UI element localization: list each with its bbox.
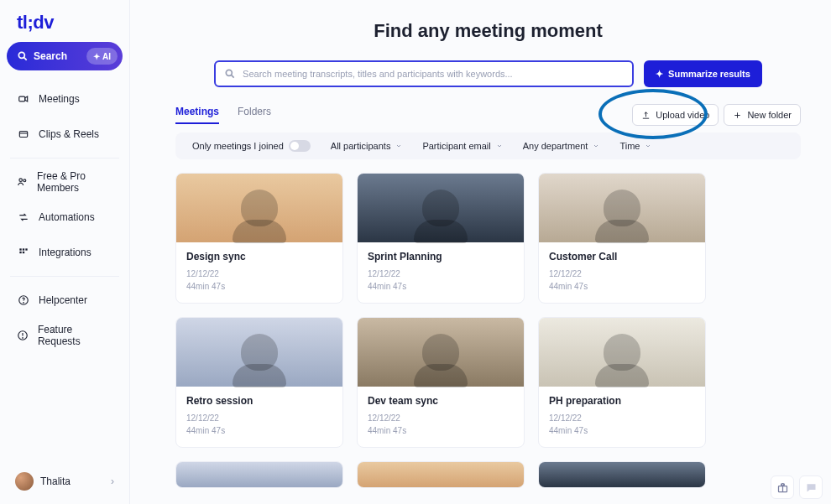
- ai-chip: ✦ AI: [86, 48, 118, 65]
- summarize-button[interactable]: ✦ Summarize results: [644, 60, 762, 87]
- card-duration: 44min 47s: [549, 280, 695, 293]
- filter-department[interactable]: Any department: [513, 138, 610, 154]
- new-folder-label: New folder: [747, 110, 792, 120]
- plus-icon: [733, 111, 742, 120]
- filters-bar: Only meetings I joined All participants …: [175, 132, 801, 159]
- card-title: Customer Call: [549, 251, 695, 262]
- gift-button[interactable]: [771, 475, 794, 499]
- new-folder-button[interactable]: New folder: [724, 104, 801, 126]
- search-button[interactable]: Search ✦ AI: [7, 42, 123, 70]
- card-title: PH preparation: [549, 395, 695, 407]
- help-icon: [17, 294, 30, 307]
- chat-button[interactable]: [799, 475, 823, 499]
- chevron-down-icon: [395, 143, 402, 149]
- svg-rect-3: [19, 132, 27, 138]
- svg-point-13: [24, 303, 24, 304]
- meeting-card[interactable]: Dev team sync 12/12/22 44min 47s: [357, 317, 525, 448]
- svg-rect-2: [19, 96, 25, 101]
- upload-video-button[interactable]: Upload video: [632, 104, 719, 126]
- sidebar-item-label: Meetings: [39, 93, 80, 105]
- search-input[interactable]: [243, 69, 624, 79]
- meeting-card[interactable]: [175, 461, 343, 488]
- filter-time[interactable]: Time: [609, 138, 661, 154]
- meeting-card[interactable]: Retro session 12/12/22 44min 47s: [175, 317, 343, 448]
- card-title: Sprint Planning: [368, 251, 514, 262]
- svg-line-18: [232, 75, 234, 77]
- sidebar-item-members[interactable]: Free & Pro Members: [7, 165, 123, 199]
- meeting-card[interactable]: [357, 461, 525, 488]
- filter-participants[interactable]: All participants: [321, 138, 413, 154]
- sidebar-item-meetings[interactable]: Meetings: [7, 82, 123, 116]
- chevron-down-icon: [593, 143, 599, 149]
- user-name: Thalita: [40, 475, 71, 487]
- meeting-card[interactable]: Customer Call 12/12/22 44min 47s: [538, 173, 706, 304]
- svg-line-1: [24, 57, 26, 60]
- search-icon: [224, 68, 236, 80]
- tab-meetings[interactable]: Meetings: [175, 106, 219, 124]
- clips-icon: [17, 127, 30, 141]
- card-title: Dev team sync: [368, 395, 514, 407]
- tab-folders[interactable]: Folders: [238, 106, 271, 124]
- sidebar-item-automations[interactable]: Automations: [7, 200, 123, 234]
- user-menu[interactable]: Thalita ›: [7, 465, 123, 497]
- thumbnail: [539, 174, 705, 242]
- sidebar-item-label: Feature Requests: [38, 324, 112, 347]
- upload-label: Upload video: [656, 110, 709, 120]
- svg-rect-8: [23, 248, 24, 250]
- svg-rect-9: [25, 248, 27, 250]
- avatar: [15, 472, 34, 491]
- card-duration: 44min 47s: [186, 424, 332, 437]
- card-date: 12/12/22: [549, 268, 695, 280]
- automations-icon: [17, 210, 30, 224]
- card-date: 12/12/22: [368, 268, 514, 280]
- chevron-down-icon: [496, 143, 503, 149]
- svg-point-16: [23, 338, 24, 339]
- upload-icon: [641, 111, 651, 120]
- thumbnail: [176, 174, 342, 242]
- card-duration: 44min 47s: [368, 280, 514, 293]
- thumbnail: [539, 318, 705, 387]
- sidebar-item-integrations[interactable]: Integrations: [7, 236, 123, 269]
- filter-only-joined[interactable]: Only meetings I joined: [182, 137, 321, 155]
- sidebar-item-feature-requests[interactable]: Feature Requests: [7, 319, 123, 352]
- sidebar-item-label: Clips & Reels: [39, 128, 99, 140]
- members-icon: [17, 175, 29, 189]
- summarize-label: Summarize results: [668, 69, 750, 79]
- svg-point-6: [24, 179, 26, 182]
- meeting-card[interactable]: PH preparation 12/12/22 44min 47s: [538, 317, 706, 448]
- search-box[interactable]: [214, 60, 634, 87]
- sidebar-item-label: Helpcenter: [39, 294, 87, 306]
- svg-point-5: [19, 179, 23, 182]
- card-duration: 44min 47s: [186, 280, 332, 293]
- sidebar-item-label: Automations: [39, 211, 95, 223]
- gift-icon: [776, 481, 789, 494]
- logo: tl;dv: [7, 12, 123, 34]
- sidebar-item-clips[interactable]: Clips & Reels: [7, 117, 123, 151]
- chevron-down-icon: [645, 143, 651, 149]
- meetings-grid: Design sync 12/12/22 44min 47s Sprint Pl…: [175, 173, 801, 488]
- meeting-card[interactable]: Design sync 12/12/22 44min 47s: [175, 173, 343, 304]
- svg-rect-7: [19, 248, 21, 250]
- thumbnail: [358, 462, 524, 487]
- card-date: 12/12/22: [549, 412, 695, 424]
- thumbnail: [176, 318, 342, 387]
- page-title: Find any meeting moment: [175, 20, 801, 42]
- meeting-card[interactable]: [538, 461, 706, 488]
- thumbnail: [539, 462, 705, 487]
- meeting-card[interactable]: Sprint Planning 12/12/22 44min 47s: [357, 173, 525, 304]
- search-icon: [17, 50, 29, 62]
- sidebar-item-label: Integrations: [39, 247, 91, 258]
- filter-participant-email[interactable]: Participant email: [412, 138, 512, 154]
- card-title: Design sync: [186, 251, 332, 262]
- card-duration: 44min 47s: [368, 424, 514, 437]
- card-date: 12/12/22: [368, 412, 514, 424]
- sparkle-icon: ✦: [93, 52, 100, 61]
- toggle[interactable]: [289, 140, 311, 152]
- feedback-icon: [17, 329, 29, 342]
- card-duration: 44min 47s: [549, 424, 695, 437]
- divider: [10, 276, 119, 277]
- sidebar-item-helpcenter[interactable]: Helpcenter: [7, 283, 123, 317]
- thumbnail: [358, 174, 524, 242]
- main: Find any meeting moment ✦ Summarize resu…: [130, 0, 831, 504]
- svg-point-17: [226, 70, 232, 75]
